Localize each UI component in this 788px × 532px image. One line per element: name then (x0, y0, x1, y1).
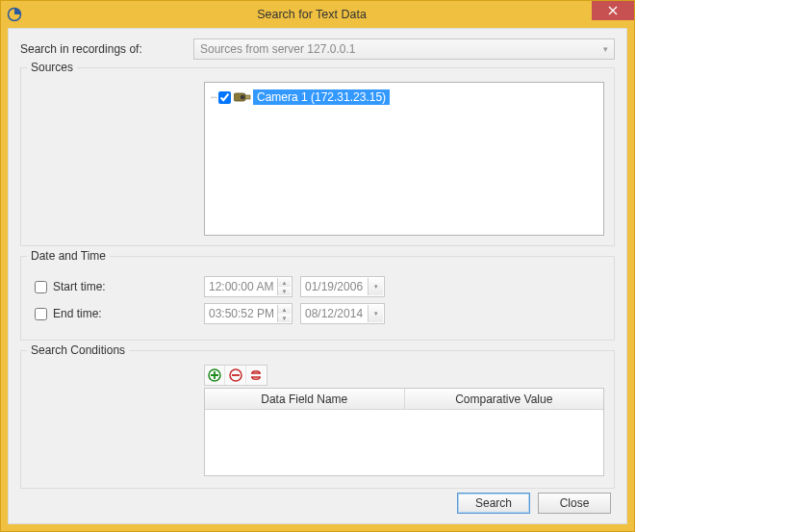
conditions-table[interactable]: Data Field Name Comparative Value (204, 388, 604, 476)
sources-legend: Sources (27, 61, 77, 74)
source-checkbox[interactable] (218, 91, 231, 104)
clear-conditions-button[interactable] (246, 366, 267, 385)
chevron-down-icon[interactable]: ▾ (368, 305, 383, 322)
end-time-checkbox[interactable] (35, 308, 47, 320)
close-button[interactable]: Close (538, 493, 611, 514)
end-time-label: End time: (53, 307, 102, 320)
minus-icon (229, 368, 242, 382)
dialog-window: Search for Text Data Search in recording… (0, 0, 635, 532)
datetime-group: Date and Time Start time: 12:00:00 AM ▲▼… (20, 256, 615, 341)
server-dropdown[interactable]: Sources from server 127.0.0.1 ▾ (193, 38, 615, 60)
tree-row[interactable]: ┄ Camera 1 (172.31.23.15) (211, 89, 597, 106)
column-header-value[interactable]: Comparative Value (405, 389, 604, 410)
search-in-row: Search in recordings of: Sources from se… (20, 38, 615, 60)
client-area: Search in recordings of: Sources from se… (8, 28, 627, 524)
conditions-header: Data Field Name Comparative Value (205, 389, 603, 410)
search-button[interactable]: Search (457, 493, 530, 514)
column-header-field[interactable]: Data Field Name (205, 389, 405, 410)
app-icon (7, 7, 22, 22)
chevron-down-icon[interactable]: ▾ (368, 278, 383, 295)
close-icon (608, 6, 618, 15)
start-time-row: Start time: 12:00:00 AM ▲▼ 01/19/2006 ▾ (31, 276, 604, 297)
window-close-button[interactable] (592, 1, 634, 20)
datetime-legend: Date and Time (27, 249, 110, 263)
conditions-legend: Search Conditions (27, 343, 129, 357)
spinner-icon[interactable]: ▲▼ (277, 305, 291, 322)
svg-point-2 (241, 95, 245, 100)
camera-icon (234, 91, 251, 103)
conditions-toolbar (204, 365, 267, 386)
dialog-buttons: Search Close (457, 493, 611, 514)
svg-rect-3 (245, 95, 250, 99)
source-item-label: Camera 1 (172.31.23.15) (253, 89, 390, 105)
plus-icon (208, 368, 221, 382)
start-time-checkbox[interactable] (35, 281, 47, 293)
remove-condition-button[interactable] (225, 366, 245, 385)
end-date-value: 08/12/2014 (305, 307, 363, 320)
clear-icon (249, 368, 263, 382)
server-dropdown-value: Sources from server 127.0.0.1 (200, 42, 355, 56)
start-time-value: 12:00:00 AM (209, 280, 273, 293)
start-date-input[interactable]: 01/19/2006 ▾ (300, 276, 385, 297)
end-time-row: End time: 03:50:52 PM ▲▼ 08/12/2014 ▾ (31, 303, 604, 324)
end-time-value: 03:50:52 PM (209, 307, 274, 320)
start-time-input[interactable]: 12:00:00 AM ▲▼ (204, 276, 292, 297)
titlebar: Search for Text Data (1, 1, 634, 28)
conditions-group: Search Conditions (20, 350, 615, 489)
spinner-icon[interactable]: ▲▼ (277, 278, 291, 295)
sources-group: Sources ┄ Camera 1 (172.31.23.15) (20, 67, 615, 246)
end-time-input[interactable]: 03:50:52 PM ▲▼ (204, 303, 292, 324)
start-time-label: Start time: (53, 280, 106, 293)
sources-tree[interactable]: ┄ Camera 1 (172.31.23.15) (204, 82, 604, 236)
chevron-down-icon: ▾ (603, 44, 608, 54)
end-date-input[interactable]: 08/12/2014 ▾ (300, 303, 385, 324)
tree-connector: ┄ (211, 91, 216, 104)
window-title: Search for Text Data (28, 8, 634, 21)
start-date-value: 01/19/2006 (305, 280, 363, 293)
add-condition-button[interactable] (205, 366, 225, 385)
search-in-label: Search in recordings of: (20, 42, 193, 56)
